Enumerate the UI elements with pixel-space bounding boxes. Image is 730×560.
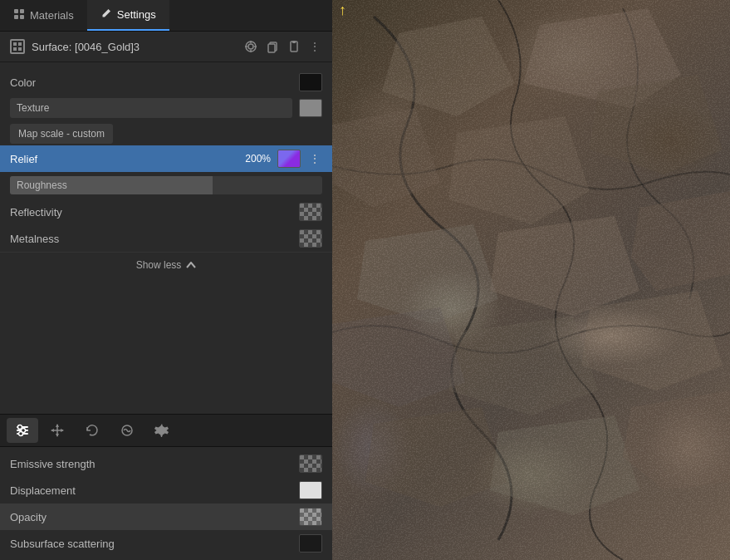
svg-rect-7 bbox=[18, 47, 22, 51]
tab-materials[interactable]: Materials bbox=[0, 0, 87, 31]
opacity-label: Opacity bbox=[10, 511, 292, 523]
tab-settings[interactable]: Settings bbox=[87, 0, 169, 31]
color-row: Color bbox=[0, 69, 332, 96]
color-swatch[interactable] bbox=[299, 73, 322, 91]
surface-header: Surface: [0046_Gold]3 bbox=[0, 32, 332, 62]
svg-marker-27 bbox=[61, 429, 64, 432]
svg-rect-5 bbox=[18, 42, 22, 46]
metalness-swatch[interactable] bbox=[299, 229, 322, 248]
emissive-strength-label: Emissive strength bbox=[10, 458, 292, 470]
texture-row: Texture bbox=[0, 96, 332, 120]
svg-rect-44 bbox=[332, 0, 730, 560]
surface-title: Surface: [0046_Gold]3 bbox=[32, 41, 236, 53]
top-tabs: Materials Settings bbox=[0, 0, 332, 32]
chevron-up-icon bbox=[186, 259, 196, 271]
subsurface-scattering-label: Subsurface scattering bbox=[10, 538, 292, 550]
metalness-row: Metalness bbox=[0, 225, 332, 252]
relief-swatch[interactable] bbox=[277, 150, 301, 168]
bottom-tab-bake[interactable] bbox=[111, 418, 143, 443]
reflectivity-label: Reflectivity bbox=[10, 206, 292, 219]
svg-rect-6 bbox=[13, 47, 17, 51]
properties-list: Color Texture Map scale - custom Relief … bbox=[0, 62, 332, 414]
svg-rect-2 bbox=[14, 15, 18, 19]
right-panel: ↑ bbox=[332, 0, 730, 560]
emissive-strength-swatch[interactable] bbox=[299, 454, 322, 473]
subsurface-scattering-swatch[interactable] bbox=[299, 534, 322, 553]
left-panel: Materials Settings Surface: [0046_Gold]3 bbox=[0, 0, 332, 560]
reflectivity-row: Reflectivity bbox=[0, 199, 332, 225]
show-less-button[interactable]: Show less bbox=[0, 252, 332, 278]
properties-list-2: Emissive strength Displacement Opacity S… bbox=[0, 447, 332, 560]
svg-point-9 bbox=[248, 44, 253, 49]
displacement-swatch[interactable] bbox=[299, 481, 322, 499]
bottom-tab-transform[interactable] bbox=[42, 418, 73, 443]
metalness-label: Metalness bbox=[10, 233, 292, 245]
settings-tab-icon bbox=[100, 7, 112, 22]
texture-swatch[interactable] bbox=[299, 99, 322, 117]
more-button[interactable]: ⋮ bbox=[307, 38, 322, 55]
svg-rect-3 bbox=[20, 15, 24, 19]
bottom-tab-history[interactable] bbox=[76, 418, 108, 443]
materials-icon bbox=[13, 8, 25, 22]
relief-label: Relief bbox=[10, 153, 238, 165]
map-scale-row: Map scale - custom bbox=[0, 120, 332, 145]
subsurface-scattering-row: Subsurface scattering bbox=[0, 530, 332, 557]
relief-row[interactable]: Relief 200% ⋮ bbox=[0, 145, 332, 172]
surface-actions: ⋮ bbox=[243, 38, 322, 55]
displacement-row: Displacement bbox=[0, 477, 332, 504]
roughness-label: Roughness bbox=[10, 176, 322, 194]
relief-menu-button[interactable]: ⋮ bbox=[307, 152, 322, 165]
roughness-row: Roughness bbox=[0, 172, 332, 199]
svg-rect-15 bbox=[268, 44, 275, 52]
top-arrow: ↑ bbox=[339, 2, 346, 19]
tab-settings-label: Settings bbox=[117, 8, 156, 21]
bottom-tab-sliders[interactable] bbox=[7, 418, 38, 443]
color-label: Color bbox=[10, 76, 292, 89]
show-less-label: Show less bbox=[136, 259, 182, 271]
map-scale-button[interactable]: Map scale - custom bbox=[10, 124, 113, 144]
opacity-row: Opacity bbox=[0, 504, 332, 530]
copy-button[interactable] bbox=[264, 38, 281, 55]
svg-point-23 bbox=[19, 432, 23, 436]
target-button[interactable] bbox=[243, 38, 259, 55]
tab-materials-label: Materials bbox=[30, 9, 74, 22]
svg-rect-17 bbox=[292, 41, 296, 43]
emissive-strength-row: Emissive strength bbox=[0, 450, 332, 477]
svg-marker-26 bbox=[51, 429, 54, 432]
bottom-tab-settings[interactable] bbox=[146, 418, 178, 443]
texture-button[interactable]: Texture bbox=[10, 98, 292, 118]
svg-rect-1 bbox=[20, 9, 24, 13]
surface-icon bbox=[10, 39, 25, 54]
reflectivity-swatch[interactable] bbox=[299, 203, 322, 221]
viewport-image: ↑ bbox=[332, 0, 730, 560]
svg-rect-0 bbox=[14, 9, 18, 13]
roughness-slider[interactable]: Roughness bbox=[10, 176, 322, 194]
displacement-label: Displacement bbox=[10, 484, 292, 497]
bottom-tabs bbox=[0, 414, 332, 447]
svg-marker-24 bbox=[56, 424, 59, 427]
paste-button[interactable] bbox=[286, 38, 302, 55]
relief-value: 200% bbox=[245, 153, 271, 165]
svg-rect-4 bbox=[13, 42, 17, 46]
svg-marker-25 bbox=[56, 434, 59, 437]
opacity-swatch[interactable] bbox=[299, 508, 322, 526]
